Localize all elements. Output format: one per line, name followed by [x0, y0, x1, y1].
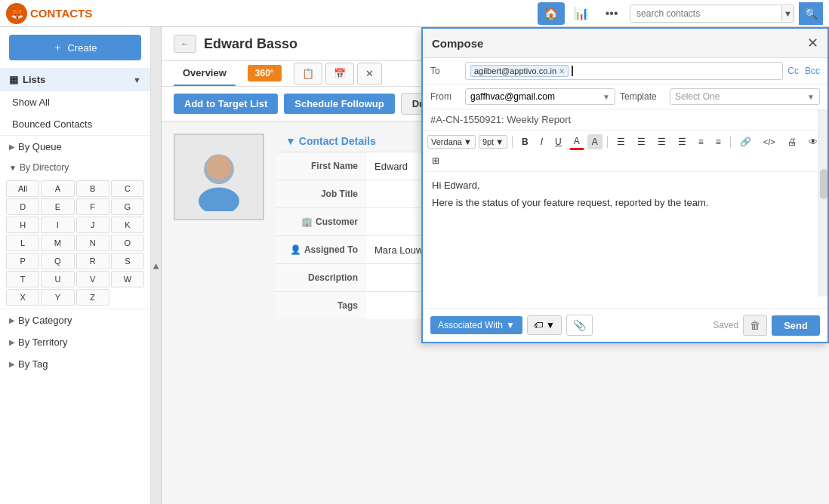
dir-btn-q[interactable]: Q	[41, 253, 74, 269]
font-size-select[interactable]: 9pt ▼	[479, 135, 507, 149]
align-center-btn[interactable]: ☰	[633, 134, 650, 149]
dir-btn-d[interactable]: D	[6, 198, 39, 215]
dir-btn-k[interactable]: K	[111, 217, 144, 233]
dir-btn-f[interactable]: F	[76, 198, 109, 215]
send-button[interactable]: Send	[772, 315, 820, 336]
tab-overview[interactable]: Overview	[174, 61, 236, 86]
dir-btn-c[interactable]: C	[111, 180, 144, 197]
tab-360-badge[interactable]: 360°	[248, 65, 282, 81]
nav-home-btn[interactable]: 🏠	[538, 2, 565, 25]
main-layout: ＋ Create ▦ Lists ▼ Show All Bounced Cont…	[0, 27, 829, 504]
dir-btn-a[interactable]: A	[41, 180, 74, 197]
sidebar-by-category[interactable]: ▶ By Category	[0, 309, 150, 331]
align-right-btn[interactable]: ☰	[653, 134, 670, 149]
list-ul-btn[interactable]: ≡	[694, 134, 708, 149]
align-left-btn[interactable]: ☰	[612, 134, 630, 149]
bcc-btn[interactable]: Bcc	[805, 66, 820, 76]
dir-btn-b[interactable]: B	[76, 180, 109, 197]
search-dropdown-btn[interactable]: ▼	[781, 6, 794, 21]
create-button[interactable]: ＋ Create	[9, 35, 141, 60]
underline-btn[interactable]: U	[550, 134, 566, 149]
dir-btn-r[interactable]: R	[76, 253, 109, 269]
tab-360[interactable]: 360°	[239, 61, 291, 86]
attach-button[interactable]: 📎	[566, 315, 593, 336]
dir-btn-y[interactable]: Y	[41, 289, 74, 306]
link-btn[interactable]: 🔗	[735, 134, 756, 149]
search-go-btn[interactable]: 🔍	[799, 2, 823, 25]
dir-btn-o[interactable]: O	[111, 235, 144, 251]
back-button[interactable]: ←	[174, 35, 196, 53]
chevron-down-details-icon: ▼	[285, 135, 296, 147]
toolbar-sep-3	[730, 136, 731, 148]
sidebar-by-territory[interactable]: ▶ By Territory	[0, 331, 150, 353]
dir-btn-u[interactable]: U	[41, 271, 74, 287]
dir-btn-h[interactable]: H	[6, 217, 39, 233]
delete-draft-btn[interactable]: 🗑	[743, 315, 767, 336]
bold-btn[interactable]: B	[517, 134, 533, 149]
assoc-dropdown-arrow: ▼	[506, 320, 515, 330]
compose-from-select[interactable]: gaffhvac@gmail.com ▼	[465, 88, 615, 105]
to-tag-remove[interactable]: ✕	[559, 67, 565, 75]
dir-btn-j[interactable]: J	[76, 217, 109, 233]
associated-with-btn[interactable]: Associated With ▼	[430, 316, 522, 334]
dir-btn-w[interactable]: W	[111, 271, 144, 287]
toolbar-sep-2	[607, 136, 608, 148]
list-ol-btn[interactable]: ≡	[711, 134, 726, 149]
sidebar-lists-header[interactable]: ▦ Lists ▼	[0, 68, 150, 91]
tab-calendar-icon-btn[interactable]: 📅	[325, 63, 354, 85]
highlight-btn[interactable]: A	[587, 134, 602, 149]
cc-btn[interactable]: Cc	[787, 66, 799, 76]
person-icon: 👤	[290, 244, 301, 255]
compose-close-btn[interactable]: ✕	[807, 35, 818, 51]
from-email-value: gaffhvac@gmail.com	[470, 91, 555, 102]
sidebar-by-queue[interactable]: ▶ By Queue	[0, 136, 150, 158]
font-color-btn[interactable]: A	[569, 134, 584, 150]
dir-btn-all[interactable]: All	[6, 180, 39, 197]
compose-template-select[interactable]: Select One ▼	[670, 88, 820, 105]
dir-btn-z[interactable]: Z	[76, 289, 109, 306]
compose-to-field[interactable]: agilbert@apptivo.co.in ✕	[465, 62, 783, 80]
collapse-handle[interactable]: ◀	[151, 27, 162, 504]
app-header: 🦊 CONTACTS 🏠 📊 ••• ▼ 🔍	[0, 0, 829, 27]
schedule-followup-btn[interactable]: Schedule Followup	[284, 94, 394, 114]
dir-btn-m[interactable]: M	[41, 235, 74, 251]
font-size-arrow: ▼	[495, 137, 504, 146]
contact-photo-col	[162, 121, 276, 504]
print-btn[interactable]: 🖨	[783, 134, 801, 149]
search-input[interactable]	[630, 5, 781, 22]
compose-scrollbar[interactable]	[818, 109, 827, 297]
dir-btn-l[interactable]: L	[6, 235, 39, 251]
dir-btn-s[interactable]: S	[111, 253, 144, 269]
dir-btn-t[interactable]: T	[6, 271, 39, 287]
toolbar-sep-1	[512, 136, 513, 148]
table-btn[interactable]: ⊞	[427, 153, 444, 168]
dir-btn-p[interactable]: P	[6, 253, 39, 269]
building-icon: 🏢	[301, 217, 313, 227]
dir-btn-e[interactable]: E	[41, 198, 74, 215]
sidebar-show-all[interactable]: Show All	[0, 91, 150, 113]
dir-btn-g[interactable]: G	[111, 198, 144, 215]
contact-photo-box	[174, 134, 264, 220]
dir-btn-n[interactable]: N	[76, 235, 109, 251]
compose-body[interactable]: Hi Edward, Here is the status of your fe…	[423, 172, 827, 308]
dir-btn-i[interactable]: I	[41, 217, 74, 233]
nav-more-btn[interactable]: •••	[598, 2, 625, 25]
sidebar-by-tag[interactable]: ▶ By Tag	[0, 353, 150, 375]
sidebar-by-directory-header[interactable]: ▼ By Directory	[0, 158, 150, 177]
dir-btn-v[interactable]: V	[76, 271, 109, 287]
code-btn[interactable]: </>	[759, 135, 780, 149]
chevron-right-icon: ▶	[9, 143, 15, 151]
template-label: Template	[620, 91, 665, 102]
tab-table-icon-btn[interactable]: 📋	[294, 63, 322, 85]
add-to-target-btn[interactable]: Add to Target List	[174, 94, 278, 114]
label-description: Description	[276, 264, 367, 291]
sidebar-bounced[interactable]: Bounced Contacts	[0, 113, 150, 135]
font-family-select[interactable]: Verdana ▼	[427, 135, 476, 149]
italic-btn[interactable]: I	[536, 134, 547, 149]
justify-btn[interactable]: ☰	[673, 134, 691, 149]
dir-btn-x[interactable]: X	[6, 289, 39, 306]
tag-button[interactable]: 🏷 ▼	[527, 315, 562, 335]
nav-chart-btn[interactable]: 📊	[568, 2, 595, 25]
dir-grid: AllABCDEFGHIJKLMNOPQRSTUVWXYZ	[0, 177, 150, 309]
tab-close-btn[interactable]: ✕	[357, 63, 382, 85]
